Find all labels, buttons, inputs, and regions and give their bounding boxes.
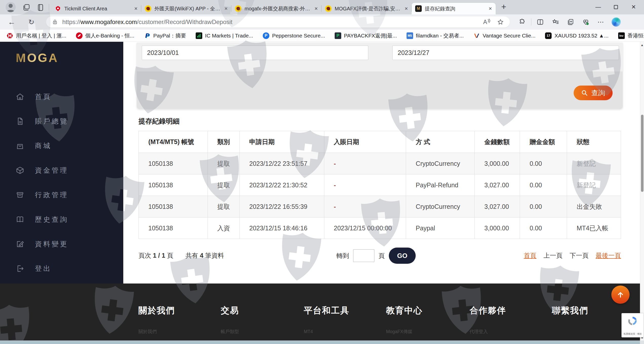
split-screen-icon[interactable] [533, 16, 547, 28]
date-from-input[interactable] [142, 46, 368, 60]
footer-link[interactable]: 帳戶類型 [221, 326, 239, 337]
prev-page-link[interactable]: 上一頁 [544, 251, 562, 260]
first-page-link[interactable]: 首頁 [524, 251, 536, 260]
footer-link[interactable]: 與Moga合作的優勢 [470, 337, 508, 340]
copilot-icon[interactable] [609, 16, 623, 28]
browser-essentials-icon[interactable] [579, 16, 593, 28]
footer-link[interactable]: MT5 [304, 337, 313, 340]
refresh-icon[interactable]: ↻ [26, 17, 36, 27]
browser-tab-tickmill[interactable]: Tickmill Client Area ✕ [51, 3, 141, 14]
paybackfx-icon: P [335, 32, 341, 39]
back-icon[interactable]: ← [7, 17, 17, 27]
table-row: 1050138 提取 2023/12/22 21:30:52 - PayPal-… [139, 174, 621, 196]
minimize-button[interactable]: — [589, 0, 607, 14]
last-page-link[interactable]: 最後一頁 [596, 251, 621, 260]
goto-page-input[interactable] [353, 249, 374, 262]
url-domain: www.mogaforex.com [80, 18, 137, 25]
workspaces-icon[interactable] [22, 3, 30, 11]
read-aloud-icon[interactable]: A [483, 19, 491, 26]
close-button[interactable]: ✕ [625, 0, 642, 14]
vertical-scrollbar[interactable]: ▲ ▼ [640, 42, 644, 340]
pagination-links: 首頁 上一頁 下一頁 最後一頁 [524, 251, 621, 260]
goto-label: 轉到 [336, 252, 349, 260]
moga-favicon: M [415, 5, 422, 12]
cell-bonus: 0.00 [520, 196, 567, 217]
profile-avatar[interactable] [6, 2, 16, 12]
bookmark-hsbc[interactable]: 用戶名稱 | 登入 | 滙... [7, 32, 66, 39]
browser-tab-active-records[interactable]: M 提存紀錄查詢 ✕ [412, 3, 496, 14]
browser-tab-mogafx-search[interactable]: mogafx-外匯交易商搜索-外匯天眼 ✕ [231, 3, 321, 14]
recaptcha-badge[interactable]: 私隱權政策 - 條款 [621, 313, 644, 337]
scrollbar-thumb[interactable] [641, 115, 643, 192]
extensions-icon[interactable] [515, 16, 529, 28]
tab-close-icon[interactable]: ✕ [224, 7, 228, 11]
favorite-star-icon[interactable] [497, 19, 504, 25]
search-button[interactable]: 查詢 [574, 86, 613, 100]
tab-close-icon[interactable]: ✕ [314, 7, 318, 11]
home-icon [16, 92, 24, 101]
edit-pencil-icon [16, 240, 24, 248]
col-bonus: 贈金金額 [520, 131, 567, 153]
cell-deposit-date: - [324, 153, 406, 174]
scroll-to-top-button[interactable] [611, 286, 630, 304]
cell-apply-date: 2023/12/22 23:51:57 [239, 153, 324, 174]
sidebar-item-logout[interactable]: 登出 [0, 256, 123, 281]
sidebar-item-funds[interactable]: 資金管理 [0, 158, 123, 183]
sidebar-item-account-overview[interactable]: 賬戶總覽 [0, 109, 123, 133]
moga-logo: MOGA [16, 51, 58, 65]
horizontal-scrollbar[interactable] [0, 340, 644, 344]
address-bar[interactable]: https://www.mogaforex.com/customer/Recor… [46, 16, 510, 28]
tab-list: Tickmill Client Area ✕ 外匯天眼(WikiFX) APP … [51, 3, 496, 14]
sidebar-item-profile-change[interactable]: 資料變更 [0, 232, 123, 256]
records-table: (MT4/MT5) 帳號 類別 申請日期 入賬日期 方 式 金錢數額 贈金金額 … [138, 131, 621, 239]
next-page-link[interactable]: 下一頁 [570, 251, 589, 260]
tab-strip: Tickmill Client Area ✕ 外匯天眼(WikiFX) APP … [0, 0, 644, 14]
icmarkets-icon [196, 32, 202, 39]
bookmark-paypal[interactable]: P PayPal：摘要 [144, 32, 186, 39]
sidebar-item-admin[interactable]: 行政管理 [0, 183, 123, 207]
browser-tab-wikifx-app[interactable]: 外匯天眼(WikiFX) APP - 全球外匯 ✕ [141, 3, 231, 14]
footer-link[interactable]: MogaFX傳媒 [386, 326, 412, 337]
col-type: 類別 [208, 131, 239, 153]
main-content: 查詢 提存紀錄明細 (MT4/MT5) 帳號 類別 申請日期 入賬日期 方 式 … [123, 42, 644, 284]
sidebar-item-home[interactable]: 首頁 [0, 84, 123, 109]
date-to-input[interactable] [392, 46, 619, 60]
cell-deposit-date: - [324, 174, 406, 196]
tab-close-icon[interactable]: ✕ [134, 7, 138, 11]
window-controls: — ✕ [589, 0, 642, 14]
go-button[interactable]: GO [389, 248, 416, 264]
tab-actions-icon[interactable] [36, 3, 45, 11]
footer-link[interactable]: 關於我們 [138, 326, 157, 337]
hangseng-icon [76, 32, 83, 39]
footer-link[interactable]: 立即開戶 [221, 337, 239, 340]
footer-link[interactable]: 牌照 [138, 337, 157, 340]
new-tab-button[interactable]: + [498, 2, 509, 12]
filter-panel-lower [137, 71, 623, 109]
collections-icon[interactable] [564, 16, 577, 28]
maximize-button[interactable] [607, 0, 625, 14]
bookmark-mql5[interactable]: M5 filamdkan - 交易者... [407, 32, 464, 39]
tab-close-icon[interactable]: ✕ [489, 7, 492, 11]
bookmark-vantage[interactable]: Vantage Secure Clie... [473, 32, 536, 39]
sidebar-item-history[interactable]: 歷史查詢 [0, 207, 123, 232]
settings-more-icon[interactable]: ⋯ [594, 16, 608, 28]
favorites-list-icon[interactable] [549, 16, 562, 28]
cell-amount: 3,000.00 [475, 217, 520, 239]
footer-link[interactable]: 交易指南 [386, 337, 412, 340]
footer-link[interactable]: 代理登入 [470, 326, 508, 337]
bookmark-icmarkets[interactable]: IC Markets | Trade... [196, 32, 253, 39]
bookmark-paybackfx[interactable]: P PAYBACKFX返佣|最... [335, 32, 397, 39]
bookmark-hangseng[interactable]: 個人e-Banking - 恒... [76, 32, 134, 39]
tab-close-icon[interactable]: ✕ [405, 7, 408, 11]
bookmark-investing[interactable]: Inv 香港恒生指數 指數... [618, 32, 644, 39]
wikifx-favicon [325, 5, 332, 12]
scroll-up-icon[interactable]: ▲ [640, 43, 644, 47]
sidebar-item-shop[interactable]: 商城 [0, 133, 123, 158]
bookmarks-bar: 用戶名稱 | 登入 | 滙... 個人e-Banking - 恒... P Pa… [0, 30, 644, 42]
browser-tab-mogafx-review[interactable]: MOGAFX評價-是否詐騙,安全合法 ✕ [321, 3, 412, 14]
bookmark-pepperstone[interactable]: P Pepperstone Secure... [263, 32, 325, 39]
col-method: 方 式 [406, 131, 475, 153]
bookmark-tradingview[interactable]: 17 XAUUSD 1923.52 ▲... [545, 32, 608, 39]
footer-link[interactable]: MT4 [304, 326, 313, 337]
filter-panel: 查詢 [137, 43, 623, 109]
